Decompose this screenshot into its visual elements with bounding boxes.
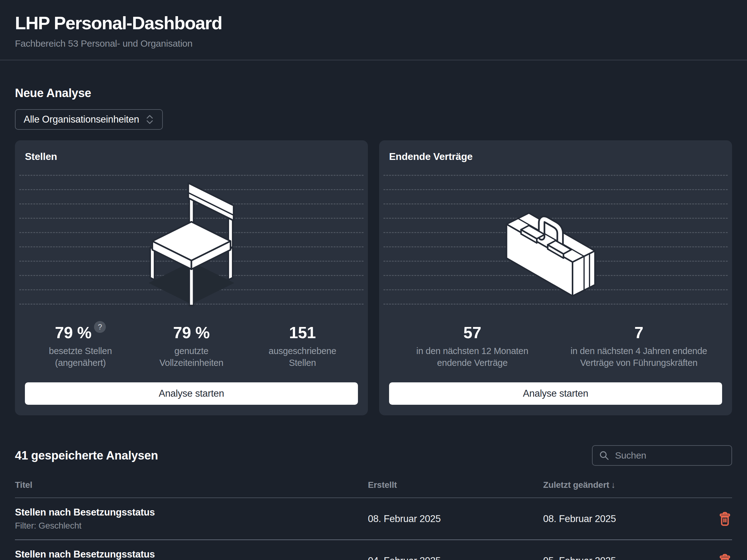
analyse-starten-button[interactable]: Analyse starten (389, 382, 722, 405)
saved-analyses-section: 41 gespeicherte Analysen Titel Erstellt … (15, 445, 732, 560)
org-unit-select[interactable]: Alle Organisationseinheiten (15, 109, 163, 130)
table-header: Titel Erstellt Zuletzt geändert↓ (15, 480, 732, 498)
card-stats: 57 in den nächsten 12 Monaten endende Ve… (389, 324, 722, 369)
search-box[interactable] (592, 445, 732, 466)
stat-value: 151 (247, 324, 358, 341)
row-modified-date: 08. Februar 2025 (543, 513, 707, 525)
stat-label: in den nächsten 12 Monaten endende Vertr… (402, 345, 543, 369)
app-header: LHP Personal-Dashboard Fachbereich 53 Pe… (0, 0, 747, 60)
column-header-zuletzt-geaendert[interactable]: Zuletzt geändert↓ (543, 480, 707, 498)
card-illustration-area (25, 162, 358, 324)
stat-label: genutzte Vollzeiteinheiten (144, 345, 238, 369)
new-analysis-section: Neue Analyse Alle Organisationseinheiten… (15, 86, 732, 415)
stat: 7 in den nächsten 4 Jahren endende Vertr… (556, 324, 722, 369)
search-input[interactable] (614, 450, 725, 461)
trash-icon (718, 523, 732, 528)
delete-button[interactable] (718, 511, 732, 527)
row-title: Stellen nach Besetzungsstatus (15, 549, 368, 560)
stat: 79 % genutzte Vollzeiteinheiten (136, 324, 247, 369)
new-analysis-heading: Neue Analyse (15, 86, 732, 100)
column-header-erstellt[interactable]: Erstellt (368, 480, 543, 498)
stat: 57 in den nächsten 12 Monaten endende Ve… (389, 324, 556, 369)
table-row[interactable]: Stellen nach Besetzungsstatus Filter: Ge… (15, 498, 732, 540)
row-created-date: 08. Februar 2025 (368, 513, 543, 525)
card-title: Stellen (25, 151, 358, 162)
column-header-titel[interactable]: Titel (15, 480, 368, 498)
page-subtitle: Fachbereich 53 Personal- und Organisatio… (15, 38, 732, 49)
analyse-starten-button[interactable]: Analyse starten (25, 382, 358, 405)
sort-descending-icon: ↓ (611, 480, 615, 490)
org-unit-select-value: Alle Organisationseinheiten (24, 114, 139, 125)
stat-value: 79 % (136, 324, 247, 341)
help-badge-icon[interactable]: ? (94, 321, 106, 333)
analysis-card: Endende Verträge 57 in den nä (379, 140, 732, 415)
saved-analyses-heading: 41 gespeicherte Analysen (15, 449, 158, 462)
chevron-up-down-icon (145, 114, 154, 125)
page-title: LHP Personal-Dashboard (15, 12, 732, 33)
stat-label: besetzte Stellen (angenähert) (33, 345, 128, 369)
column-header-actions (707, 485, 732, 492)
row-subtitle: Filter: Geschlecht (15, 521, 368, 531)
row-title: Stellen nach Besetzungsstatus (15, 507, 368, 518)
row-created-date: 04. Februar 2025 (368, 555, 543, 560)
delete-button[interactable] (718, 553, 732, 560)
card-illustration-area (389, 162, 722, 324)
stat-value: 79 %? (25, 324, 136, 341)
stat: 151 ausgeschriebene Stellen (247, 324, 358, 369)
stat-label: ausgeschriebene Stellen (255, 345, 350, 369)
analysis-card: Stellen 79 %? besetzte Stellen (angenä (15, 140, 368, 415)
saved-analyses-table: Titel Erstellt Zuletzt geändert↓ Stellen… (15, 480, 732, 560)
card-stats: 79 %? besetzte Stellen (angenähert) 79 %… (25, 324, 358, 369)
search-icon (599, 450, 610, 461)
card-title: Endende Verträge (389, 151, 722, 162)
analysis-cards: Stellen 79 %? besetzte Stellen (angenä (15, 140, 732, 415)
chair-icon (140, 169, 243, 313)
stat: 79 %? besetzte Stellen (angenähert) (25, 324, 136, 369)
table-row[interactable]: Stellen nach Besetzungsstatus Vergleich:… (15, 540, 732, 560)
stat-value: 7 (556, 324, 722, 341)
stat-value: 57 (389, 324, 556, 341)
briefcase-icon (495, 185, 616, 300)
stat-label: in den nächsten 4 Jahren endende Verträg… (568, 345, 710, 369)
row-modified-date: 05. Februar 2025 (543, 555, 707, 560)
